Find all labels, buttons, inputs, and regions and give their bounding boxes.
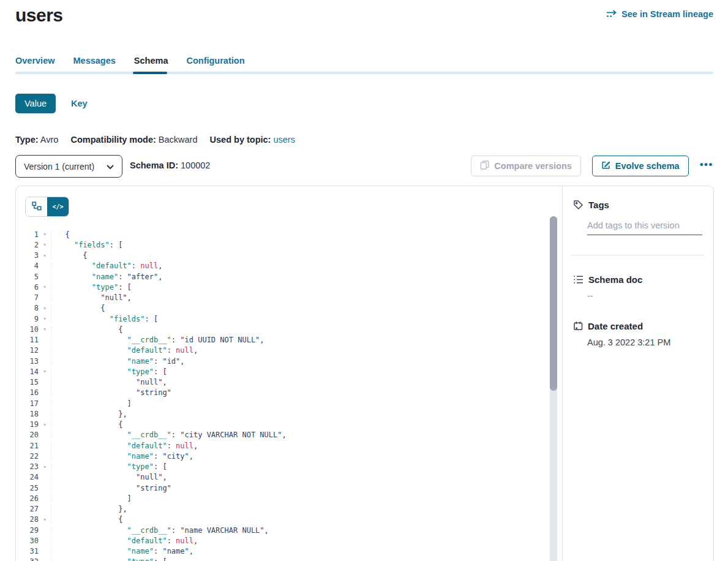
chevron-down-icon [107,162,114,171]
used-by-topic-group: Used by topic: users [210,135,295,145]
code-text: { [51,251,562,260]
editor-scrollbar-thumb[interactable] [550,216,557,391]
line-number: 21 [16,442,39,450]
line-number: 26 [16,494,39,503]
code-text: "default": null, [51,537,562,545]
tag-icon [573,200,584,210]
schema-code-pane: </> 1▾ {2▾ "fields": [3▾ {4 "default": n… [16,186,563,561]
line-number: 20 [16,431,39,439]
code-text: "type": [ [51,557,562,561]
code-text: "null", [51,378,562,386]
code-line: 12 "default": null, [16,345,562,356]
fold-toggle-icon[interactable]: ▾ [39,232,51,237]
schema-id-label: Schema ID: [130,160,178,170]
fold-toggle-icon[interactable]: ▾ [39,316,51,322]
line-number: 10 [16,325,39,334]
line-number: 23 [16,462,39,471]
schema-id: Schema ID: 100002 [130,160,210,170]
code-line: 27 }, [16,504,562,514]
code-text: "name": "after", [51,273,562,281]
fold-toggle-icon[interactable]: ▾ [39,422,51,427]
code-line: 9▾ "fields": [ [16,314,562,324]
code-line: 15 "null", [16,377,562,388]
schema-code-editor[interactable]: 1▾ {2▾ "fields": [3▾ {4 "default": null,… [16,229,562,561]
list-icon [573,275,584,284]
code-text: "default": null, [51,262,562,270]
fold-toggle-icon[interactable]: ▾ [39,242,51,247]
fold-toggle-icon[interactable]: ▾ [39,464,51,470]
code-text: "name": "city", [51,452,562,461]
line-number: 28 [16,515,39,524]
date-created-title: Date created [588,321,643,331]
code-line: 22 "name": "city", [16,451,562,461]
code-view-icon: </> [52,203,63,210]
editor-scrollbar-track[interactable] [550,216,557,561]
code-line: 26 ] [16,493,562,503]
code-text: "__crdb__": "city VARCHAR NOT NULL", [51,431,562,439]
fold-toggle-icon[interactable]: ▾ [39,253,51,258]
code-line: 20 "__crdb__": "city VARCHAR NOT NULL", [16,430,562,440]
code-line: 25 "string" [16,483,562,493]
fold-toggle-icon[interactable]: ▾ [39,284,51,290]
code-text: "null", [51,293,562,302]
line-number: 11 [16,336,39,344]
code-line: 1▾ { [16,229,562,239]
stream-lineage-link[interactable]: See in Stream lineage [606,9,713,19]
code-line: 5 "name": "after", [16,271,562,282]
schema-sidebar: Tags Schema doc -- [563,186,713,561]
version-select[interactable]: Version 1 (current) [15,155,122,178]
code-line: 32▾ "type": [ [16,557,562,561]
type-value: Avro [40,135,59,145]
line-number: 4 [16,262,39,270]
line-number: 13 [16,357,39,366]
code-line: 10▾ { [16,324,562,334]
key-toggle-link[interactable]: Key [71,99,88,108]
add-tags-input[interactable] [587,220,702,235]
code-text: { [51,515,562,524]
line-number: 30 [16,537,39,545]
code-line: 18 }, [16,409,562,419]
value-toggle-button[interactable]: Value [15,94,56,113]
fold-toggle-icon[interactable]: ▾ [39,517,51,522]
line-number: 8 [16,304,39,312]
edit-icon [601,160,610,171]
more-options-button[interactable]: ••• [700,157,713,176]
code-line: 29 "__crdb__": "name VARCHAR NULL", [16,525,562,535]
fold-toggle-icon[interactable]: ▾ [39,369,51,374]
line-number: 24 [16,473,39,481]
line-number: 3 [16,251,39,260]
schema-doc-section-header: Schema doc [573,274,713,285]
code-line: 31 "name": "name", [16,546,562,557]
line-number: 17 [16,399,39,408]
compatibility-label: Compatibility mode: [70,135,156,145]
stream-lineage-icon [606,10,617,18]
type-label: Type: [15,135,39,145]
code-text: "type": [ [51,283,562,292]
line-number: 5 [16,273,39,281]
tags-title: Tags [588,200,609,210]
line-number: 14 [16,367,39,376]
code-text: { [51,304,562,312]
line-number: 6 [16,283,39,292]
line-number: 19 [16,420,39,429]
line-number: 12 [16,346,39,355]
code-text: "string" [51,484,562,492]
code-line: 13 "name": "id", [16,356,562,366]
code-text: "fields": [ [51,241,562,249]
date-created-value: Aug. 3 2022 3:21 PM [587,337,702,347]
evolve-schema-button[interactable]: Evolve schema [592,156,689,176]
fold-toggle-icon[interactable]: ▾ [39,326,51,332]
value-key-toggle: Value Key [15,94,88,113]
tree-view-button[interactable] [26,197,47,216]
compare-versions-button[interactable]: Compare versions [471,156,581,176]
line-number: 18 [16,410,39,418]
code-view-button[interactable]: </> [47,197,69,216]
code-text: "__crdb__": "name VARCHAR NULL", [51,526,562,535]
code-text: }, [51,505,562,513]
schema-doc-title: Schema doc [588,274,642,285]
topic-link[interactable]: users [273,135,295,145]
version-toolbar: Version 1 (current) Schema ID: 100002 Co… [15,155,713,178]
code-text: "name": "id", [51,357,562,366]
view-mode-toggle: </> [25,197,69,217]
fold-toggle-icon[interactable]: ▾ [39,306,51,311]
